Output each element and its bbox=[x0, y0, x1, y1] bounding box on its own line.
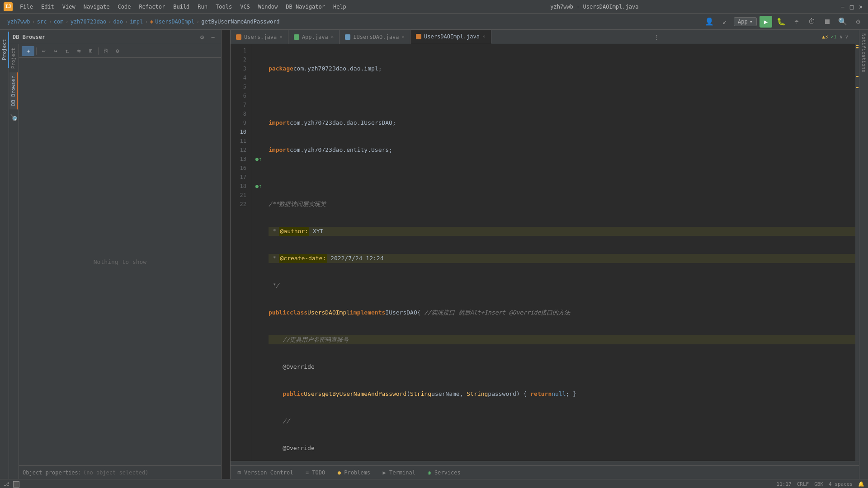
stop-button[interactable]: ⏹ bbox=[821, 16, 834, 28]
maximize-button[interactable]: □ bbox=[848, 3, 855, 10]
db-gear-button[interactable]: ⚙ bbox=[112, 46, 123, 56]
ln-3: 3 bbox=[231, 64, 248, 73]
ok-count[interactable]: ✓1 bbox=[831, 34, 837, 40]
db-tab-search[interactable]: 🔍 bbox=[9, 110, 19, 125]
problems-button[interactable]: ● Problems bbox=[334, 469, 372, 477]
menu-edit[interactable]: Edit bbox=[38, 3, 58, 11]
db-copy-button[interactable]: ⎘ bbox=[100, 46, 111, 56]
editor-area: Users.java × App.java × IUsersDAO.java ×… bbox=[231, 30, 859, 479]
menu-view[interactable]: View bbox=[59, 3, 79, 11]
scroll-warning-4 bbox=[856, 87, 859, 88]
breadcrumb-impl[interactable]: impl bbox=[130, 19, 143, 25]
tab-close-usersdaoimpl-java[interactable]: × bbox=[482, 33, 486, 39]
tab-app-java[interactable]: App.java × bbox=[288, 30, 340, 44]
indent-setting[interactable]: 4 spaces bbox=[829, 481, 853, 487]
line-separator[interactable]: CRLF bbox=[797, 481, 809, 487]
app-selector[interactable]: App ▾ bbox=[734, 17, 757, 26]
gi-17 bbox=[253, 173, 264, 182]
tab-users-java[interactable]: Users.java × bbox=[231, 30, 288, 44]
gi-2 bbox=[253, 55, 264, 64]
db-add-button[interactable]: ＋ bbox=[22, 46, 34, 56]
status-right: 11:17 CRLF GBK 4 spaces 🔔 bbox=[777, 481, 864, 487]
horizontal-scrollbar[interactable] bbox=[231, 461, 859, 465]
tab-bar-more-button[interactable]: ⋮ bbox=[650, 30, 663, 44]
profile-button[interactable]: 👤 bbox=[703, 16, 716, 28]
coverage-button[interactable]: ☂ bbox=[790, 16, 803, 28]
menu-refactor[interactable]: Refactor bbox=[135, 3, 169, 11]
menu-vcs[interactable]: VCS bbox=[236, 3, 254, 11]
menu-navigate[interactable]: Navigate bbox=[80, 3, 113, 11]
db-sort-button[interactable]: ⇆ bbox=[74, 46, 85, 56]
menu-build[interactable]: Build bbox=[170, 3, 193, 11]
db-redo-button[interactable]: ↪ bbox=[50, 46, 61, 56]
code-line-13: public Users getByUserNameAndPassword(St… bbox=[269, 389, 855, 399]
db-filter-button[interactable]: ⇅ bbox=[62, 46, 73, 56]
breadcrumb-src[interactable]: src bbox=[37, 19, 47, 25]
sidebar-project-tab[interactable]: Project bbox=[0, 32, 9, 68]
breadcrumb-project[interactable]: yzh7wwb bbox=[7, 19, 30, 25]
terminal-icon: ▶ bbox=[381, 469, 387, 476]
tab-close-iusersdao-java[interactable]: × bbox=[401, 34, 405, 40]
warning-count[interactable]: ▲3 bbox=[822, 34, 828, 40]
db-browser-minimize-icon[interactable]: − bbox=[208, 33, 217, 42]
nav-up-icon[interactable]: ∧ bbox=[840, 34, 843, 40]
ln-9: 9 bbox=[231, 118, 248, 127]
breadcrumb-dao[interactable]: dao bbox=[113, 19, 123, 25]
notifications-tab[interactable]: Notifications bbox=[860, 30, 868, 76]
gi-21 bbox=[253, 191, 264, 200]
code-editor: 1 2 3 4 5 6 7 8 9 10 11 12 13 16 17 18 2… bbox=[231, 44, 859, 461]
menu-db-navigator[interactable]: DB Navigator bbox=[282, 3, 329, 11]
tab-iusersdao-java[interactable]: IUsersDAO.java × bbox=[340, 30, 410, 44]
vcs-update-button[interactable]: ↙ bbox=[718, 16, 731, 28]
minimize-button[interactable]: − bbox=[839, 3, 846, 10]
profile-run-button[interactable]: ⏱ bbox=[806, 16, 818, 28]
version-control-button[interactable]: ⊞ Version Control bbox=[234, 469, 295, 477]
debug-button[interactable]: 🐛 bbox=[775, 16, 788, 28]
menu-tools[interactable]: Tools bbox=[212, 3, 236, 11]
settings-button[interactable]: ⚙ bbox=[852, 16, 864, 28]
db-nothing-to-show-label: Nothing to show bbox=[94, 258, 146, 265]
problems-label: Problems bbox=[344, 469, 370, 476]
tab-usersdaoimpl-java[interactable]: UsersDAOImpl.java × bbox=[410, 30, 491, 44]
menu-help[interactable]: Help bbox=[330, 3, 350, 11]
gi-13[interactable]: ●↑ bbox=[253, 155, 264, 164]
tab-close-users-java[interactable]: × bbox=[279, 34, 283, 40]
code-line-10: public class UsersDAOImpl implements IUs… bbox=[269, 308, 855, 317]
encoding[interactable]: GBK bbox=[814, 481, 823, 487]
menu-file[interactable]: File bbox=[16, 3, 37, 11]
gi-11 bbox=[253, 136, 264, 145]
db-panel-inner: Project DB Browser 🔍 ＋ ↩ ↪ ⇅ ⇆ ⊞ bbox=[9, 44, 221, 479]
left-panel: Project DB Browser ⚙ − Project DB Browse… bbox=[0, 30, 231, 479]
code-content[interactable]: package com.yzh70723dao.dao.impl; import… bbox=[265, 44, 855, 461]
breadcrumb-yzh70723dao[interactable]: yzh70723dao bbox=[71, 19, 106, 25]
db-tab-project[interactable]: Project bbox=[9, 44, 18, 72]
main-toolbar: yzh7wwb › src › com › yzh70723dao › dao … bbox=[0, 14, 868, 30]
gi-3 bbox=[253, 64, 264, 73]
status-icon-left bbox=[13, 481, 19, 488]
db-undo-button[interactable]: ↩ bbox=[38, 46, 49, 56]
menu-code[interactable]: Code bbox=[114, 3, 135, 11]
menu-window[interactable]: Window bbox=[255, 3, 281, 11]
breadcrumb-class[interactable]: UsersDAOImpl bbox=[155, 19, 194, 25]
terminal-button[interactable]: ▶ Terminal bbox=[379, 469, 417, 477]
todo-button[interactable]: ≡ TODO bbox=[302, 469, 327, 477]
services-button[interactable]: ◉ Services bbox=[425, 469, 462, 477]
tab-bar: Users.java × App.java × IUsersDAO.java ×… bbox=[231, 30, 859, 44]
notification-bell-icon[interactable]: 🔔 bbox=[858, 481, 864, 487]
db-browser-settings-icon[interactable]: ⚙ bbox=[198, 33, 207, 42]
ln-17: 17 bbox=[231, 173, 248, 182]
run-button[interactable]: ▶ bbox=[760, 16, 772, 28]
main-layout: Project DB Browser ⚙ − Project DB Browse… bbox=[0, 30, 868, 479]
db-tab-browser[interactable]: DB Browser bbox=[9, 72, 18, 109]
tab-close-app-java[interactable]: × bbox=[331, 34, 334, 40]
close-button[interactable]: × bbox=[857, 3, 864, 10]
menu-run[interactable]: Run bbox=[194, 3, 211, 11]
gi-18[interactable]: ●↑ bbox=[253, 182, 264, 191]
cursor-position[interactable]: 11:17 bbox=[777, 481, 792, 487]
db-view-button[interactable]: ⊞ bbox=[85, 46, 96, 56]
search-button[interactable]: 🔍 bbox=[836, 16, 849, 28]
breadcrumb-com[interactable]: com bbox=[54, 19, 64, 25]
nav-down-icon[interactable]: ∨ bbox=[845, 34, 848, 40]
tab-label-users-java: Users.java bbox=[244, 34, 277, 40]
bottom-toolbar: ⊞ Version Control ≡ TODO ● Problems ▶ Te… bbox=[231, 465, 859, 479]
